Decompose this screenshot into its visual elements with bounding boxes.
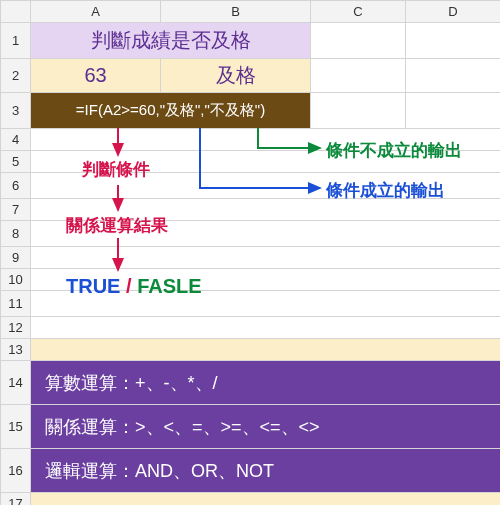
row-header-6[interactable]: 6: [1, 173, 31, 199]
row-header-4[interactable]: 4: [1, 129, 31, 151]
row-header-9[interactable]: 9: [1, 247, 31, 269]
cell-row11[interactable]: [31, 291, 501, 317]
cell-score[interactable]: 63: [31, 59, 161, 93]
row-header-15[interactable]: 15: [1, 405, 31, 449]
cell-title[interactable]: 判斷成績是否及格: [31, 23, 311, 59]
col-header-A[interactable]: A: [31, 1, 161, 23]
cell-row5[interactable]: [31, 151, 501, 173]
cell-row10[interactable]: [31, 269, 501, 291]
row-header-2[interactable]: 2: [1, 59, 31, 93]
cell-row4[interactable]: [31, 129, 501, 151]
row-header-3[interactable]: 3: [1, 93, 31, 129]
row-header-5[interactable]: 5: [1, 151, 31, 173]
col-header-D[interactable]: D: [406, 1, 501, 23]
col-header-B[interactable]: B: [161, 1, 311, 23]
cell-row13[interactable]: [31, 339, 501, 361]
cell-D3[interactable]: [406, 93, 501, 129]
row-header-11[interactable]: 11: [1, 291, 31, 317]
row-header-17[interactable]: 17: [1, 493, 31, 506]
row-header-12[interactable]: 12: [1, 317, 31, 339]
worksheet-grid[interactable]: A B C D 1 判斷成績是否及格 2 63 及格 3 =IF(A2>=60,…: [0, 0, 500, 505]
row-header-1[interactable]: 1: [1, 23, 31, 59]
cell-C3[interactable]: [311, 93, 406, 129]
row-header-7[interactable]: 7: [1, 199, 31, 221]
cell-row9[interactable]: [31, 247, 501, 269]
row-header-8[interactable]: 8: [1, 221, 31, 247]
col-header-C[interactable]: C: [311, 1, 406, 23]
cell-row6[interactable]: [31, 173, 501, 199]
row-header-10[interactable]: 10: [1, 269, 31, 291]
cell-row8[interactable]: [31, 221, 501, 247]
ops-logic[interactable]: 邏輯運算：AND、OR、NOT: [31, 449, 501, 493]
ops-rel[interactable]: 關係運算：>、<、=、>=、<=、<>: [31, 405, 501, 449]
cell-C1[interactable]: [311, 23, 406, 59]
ops-arith[interactable]: 算數運算：+、-、*、/: [31, 361, 501, 405]
spreadsheet-view: A B C D 1 判斷成績是否及格 2 63 及格 3 =IF(A2>=60,…: [0, 0, 500, 505]
row-header-14[interactable]: 14: [1, 361, 31, 405]
cell-row12[interactable]: [31, 317, 501, 339]
cell-row7[interactable]: [31, 199, 501, 221]
cell-C2[interactable]: [311, 59, 406, 93]
cell-D2[interactable]: [406, 59, 501, 93]
cell-result[interactable]: 及格: [161, 59, 311, 93]
select-all-corner[interactable]: [1, 1, 31, 23]
row-header-13[interactable]: 13: [1, 339, 31, 361]
row-header-16[interactable]: 16: [1, 449, 31, 493]
cell-row17[interactable]: [31, 493, 501, 506]
cell-D1[interactable]: [406, 23, 501, 59]
cell-formula[interactable]: =IF(A2>=60,"及格","不及格"): [31, 93, 311, 129]
